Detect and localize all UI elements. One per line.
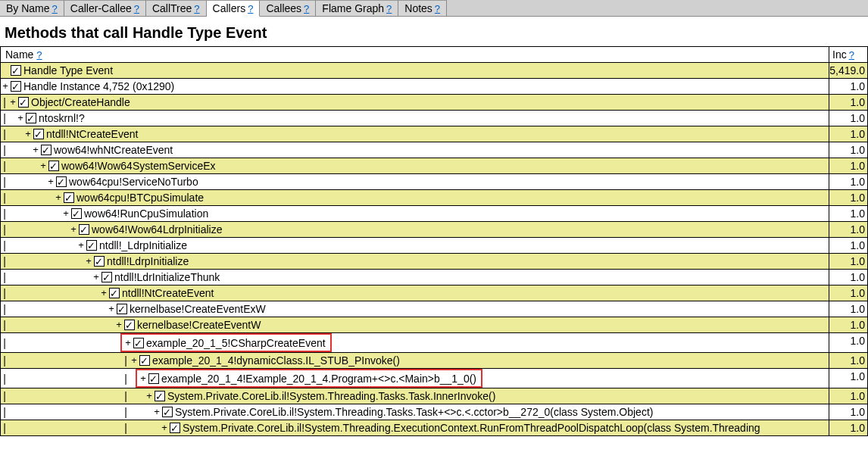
tab-callees[interactable]: Callees? <box>260 0 316 16</box>
row-checkbox[interactable] <box>124 320 135 330</box>
tree-row[interactable]: |+Object/CreateHandle1.0 <box>1 95 867 111</box>
tree-row[interactable]: | |+example_20_1_4!dynamicClass.IL_STUB_… <box>1 353 867 369</box>
expand-icon[interactable]: + <box>16 111 25 126</box>
tree-row[interactable]: | +wow64!Wow64LdrpInitialize1.0 <box>1 222 867 238</box>
tree-row[interactable]: | | +System.Private.CoreLib.il!System.Th… <box>1 388 867 404</box>
expand-icon[interactable]: + <box>69 222 78 237</box>
expand-icon[interactable]: + <box>76 238 86 253</box>
tree-row-label: example_20_1_5!CSharpCreateEvent <box>145 335 326 351</box>
tab-by-name[interactable]: By Name? <box>0 0 64 16</box>
row-checkbox[interactable] <box>148 373 159 384</box>
tree-row[interactable]: | +example_20_1_5!CSharpCreateEvent1.0 <box>1 333 867 353</box>
tree-row[interactable]: | +wow64cpu!BTCpuSimulate1.0 <box>1 190 867 206</box>
row-checkbox[interactable] <box>133 338 144 348</box>
help-icon[interactable]: ? <box>849 49 854 61</box>
tab-label: Flame Graph <box>322 2 384 14</box>
expand-icon[interactable]: + <box>1 79 10 94</box>
row-checkbox[interactable] <box>33 129 44 139</box>
expand-icon[interactable]: + <box>123 335 133 351</box>
tree-row[interactable]: | +ntdll!_LdrpInitialize1.0 <box>1 238 867 254</box>
expand-icon[interactable]: + <box>145 388 154 404</box>
row-checkbox[interactable] <box>18 97 29 108</box>
row-checkbox[interactable] <box>117 304 127 314</box>
tab-callers[interactable]: Callers? <box>207 0 261 17</box>
expand-icon[interactable]: + <box>31 142 40 158</box>
row-checkbox[interactable] <box>109 288 120 298</box>
expand-icon[interactable]: + <box>139 371 148 386</box>
help-icon[interactable]: ? <box>248 3 253 14</box>
expand-icon[interactable]: + <box>160 420 169 435</box>
tree-row[interactable]: | +wow64!Wow64SystemServiceEx1.0 <box>1 158 867 174</box>
tab-notes[interactable]: Notes? <box>398 0 447 16</box>
help-icon[interactable]: ? <box>134 3 139 14</box>
help-icon[interactable]: ? <box>36 49 42 61</box>
tab-flame-graph[interactable]: Flame Graph? <box>316 0 398 16</box>
tree-row-name-cell: | |+example_20_1_4!dynamicClass.IL_STUB_… <box>1 353 829 368</box>
help-icon[interactable]: ? <box>386 3 392 14</box>
row-checkbox[interactable] <box>139 355 150 366</box>
row-checkbox[interactable] <box>86 240 97 251</box>
row-checkbox[interactable] <box>155 391 165 401</box>
tree-row[interactable]: | | +System.Private.CoreLib.il!System.Th… <box>1 404 867 420</box>
row-checkbox[interactable] <box>41 145 52 155</box>
tree-row-name-cell: | +wow64cpu!ServiceNoTurbo <box>1 174 829 189</box>
tree-row[interactable]: | +ntdll!NtCreateEvent1.0 <box>1 285 867 301</box>
expand-icon[interactable]: + <box>92 270 101 285</box>
expand-icon[interactable]: + <box>152 404 161 420</box>
tree-row[interactable]: +Handle Instance 4,752 (0x1290)1.0 <box>1 79 867 95</box>
column-header-inc[interactable]: Inc ? <box>829 47 867 62</box>
tree-row-label: wow64!Wow64LdrpInitialize <box>91 222 223 237</box>
row-checkbox[interactable] <box>94 256 105 267</box>
help-icon[interactable]: ? <box>52 3 58 14</box>
expand-icon[interactable]: + <box>46 174 55 189</box>
expand-icon[interactable]: + <box>130 353 139 368</box>
tree-row[interactable]: | +wow64!RunCpuSimulation1.0 <box>1 206 867 222</box>
tree-row[interactable]: | | +System.Private.CoreLib.il!System.Th… <box>1 420 867 436</box>
row-checkbox[interactable] <box>79 224 89 235</box>
expand-icon[interactable]: + <box>114 317 123 332</box>
row-checkbox[interactable] <box>11 81 21 92</box>
expand-icon[interactable]: + <box>54 190 63 205</box>
tree-row[interactable]: | | +example_20_1_4!Example_20_1_4.Progr… <box>1 369 867 388</box>
row-checkbox[interactable] <box>64 192 74 203</box>
tree-row-label: Handle Instance 4,752 (0x1290) <box>23 79 174 94</box>
row-checkbox[interactable] <box>162 407 173 417</box>
expand-icon[interactable]: + <box>8 95 17 110</box>
column-header-name[interactable]: Name ? <box>1 47 829 62</box>
expand-icon[interactable]: + <box>23 126 33 142</box>
tree-row-inc-cell: 1.0 <box>829 206 867 221</box>
row-checkbox[interactable] <box>48 161 59 171</box>
tree-guide: | <box>1 95 8 110</box>
tree-row-name-cell: | +wow64!RunCpuSimulation <box>1 206 829 221</box>
tree-row-label: ntdll!_LdrpInitialize <box>98 238 187 253</box>
row-checkbox[interactable] <box>26 113 36 123</box>
expand-icon[interactable]: + <box>99 285 108 301</box>
help-icon[interactable]: ? <box>304 3 309 14</box>
expand-icon[interactable]: + <box>39 158 48 173</box>
tree-row[interactable]: | +kernelbase!CreateEventExW1.0 <box>1 301 867 317</box>
row-checkbox[interactable] <box>101 272 112 282</box>
tree-row[interactable]: | +ntdll!LdrInitializeThunk1.0 <box>1 270 867 285</box>
row-checkbox[interactable] <box>71 208 82 219</box>
tree-row-inc-cell: 1.0 <box>829 222 867 237</box>
tree-row[interactable]: | +wow64!whNtCreateEvent1.0 <box>1 142 867 158</box>
row-checkbox[interactable] <box>56 176 67 187</box>
tree-row[interactable]: | +ntoskrnl!?1.0 <box>1 111 867 126</box>
expand-icon[interactable]: + <box>84 254 93 269</box>
tree-row[interactable]: | +ntdll!LdrpInitialize1.0 <box>1 254 867 270</box>
tree-row[interactable]: | +ntdll!NtCreateEvent1.0 <box>1 126 867 142</box>
tab-caller-callee[interactable]: Caller-Callee? <box>64 0 146 16</box>
expand-icon[interactable]: + <box>107 301 116 317</box>
help-icon[interactable]: ? <box>194 3 199 14</box>
row-checkbox[interactable] <box>11 65 21 76</box>
help-icon[interactable]: ? <box>435 3 440 14</box>
row-checkbox[interactable] <box>170 423 180 433</box>
tree-row-inc-cell: 1.0 <box>829 126 867 142</box>
tree-row[interactable]: | +kernelbase!CreateEventW1.0 <box>1 317 867 333</box>
tab-calltree[interactable]: CallTree? <box>146 0 207 16</box>
tree-row[interactable]: Handle Type Event5,419.0 <box>1 63 867 79</box>
expand-icon[interactable]: + <box>61 206 70 221</box>
tree-row-inc-cell: 1.0 <box>829 420 867 435</box>
tree-row-name-cell: | +wow64!Wow64SystemServiceEx <box>1 158 829 173</box>
tree-row[interactable]: | +wow64cpu!ServiceNoTurbo1.0 <box>1 174 867 190</box>
